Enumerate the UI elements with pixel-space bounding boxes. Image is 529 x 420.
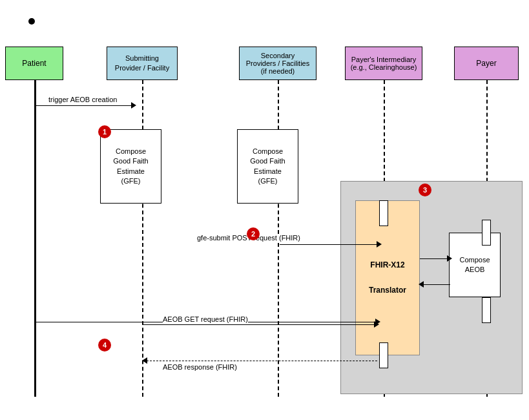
- lifeline-process-payer-bottom: [482, 297, 491, 323]
- dot-indicator: [28, 18, 35, 25]
- compose-gfe2-box: Compose Good Faith Estimate (GFE): [237, 129, 298, 204]
- lifeline-patient: [34, 80, 36, 397]
- diagram-container: Patient Submitting Provider / Facility S…: [0, 0, 529, 420]
- label-aeob-response: AEOB response (FHIR): [163, 363, 237, 371]
- badge-4: 4: [98, 339, 111, 352]
- arrow-aeob-get: [143, 324, 377, 325]
- arrowhead-aeob-response: [142, 357, 147, 364]
- badge-3: 3: [419, 184, 431, 196]
- actor-payer: Payer: [454, 47, 519, 80]
- label-aeob-get: AEOB GET request (FHIR): [163, 315, 248, 323]
- arrowhead-gfe-submit: [377, 241, 382, 247]
- lifeline-submitting: [142, 80, 143, 397]
- arrow-gfe-submit: [280, 244, 380, 245]
- lifeline-process-intermediary-bottom: [379, 342, 388, 368]
- label-trigger: trigger AEOB creation: [48, 96, 117, 103]
- lifeline-process-payer-top: [482, 220, 491, 246]
- arrow-trigger: [36, 105, 134, 106]
- arrow-to-aeob: [420, 258, 450, 259]
- arrow-aeob-response: [143, 361, 377, 361]
- compose-gfe1-box: Compose Good Faith Estimate (GFE): [100, 129, 161, 204]
- arrowhead-from-aeob: [419, 281, 424, 288]
- arrowhead-aeob-get: [374, 321, 379, 328]
- arrowhead-trigger: [131, 102, 136, 109]
- arrowhead-to-aeob: [447, 255, 452, 262]
- badge-1: 1: [98, 125, 111, 138]
- actor-patient: Patient: [5, 47, 63, 80]
- actor-payer-intermediary: Payer's Intermediary (e.g., Clearinghous…: [345, 47, 422, 80]
- badge-2: 2: [247, 227, 260, 240]
- actor-submitting: Submitting Provider / Facility: [107, 47, 178, 80]
- actor-secondary: Secondary Providers / Facilities (if nee…: [239, 47, 316, 80]
- lifeline-process-intermediary-top: [379, 200, 388, 226]
- arrow-from-aeob: [420, 284, 450, 285]
- compose-aeob-box: Compose AEOB: [449, 233, 501, 297]
